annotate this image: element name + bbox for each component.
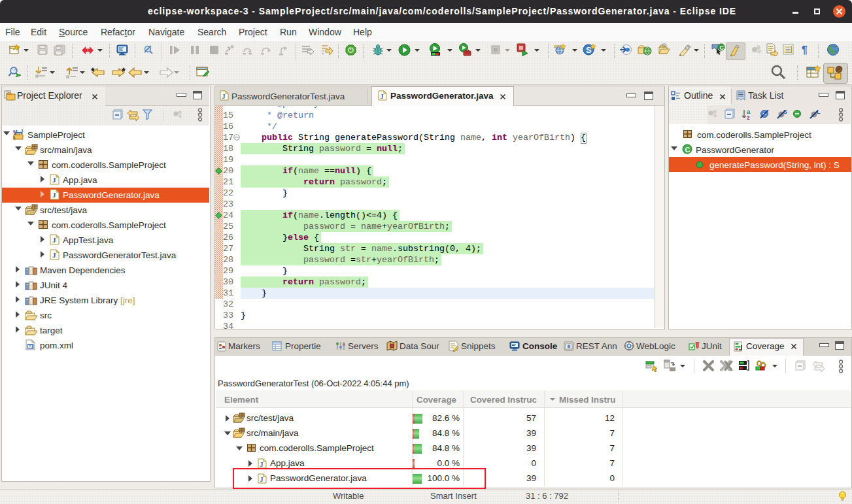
- svg-text:J: J: [52, 176, 56, 184]
- svg-text:C: C: [685, 146, 690, 154]
- svg-text:J: J: [52, 191, 56, 199]
- svg-text:J: J: [20, 129, 23, 134]
- svg-text:J: J: [52, 251, 56, 259]
- svg-text:J: J: [222, 93, 226, 100]
- svg-text:J: J: [260, 461, 264, 468]
- svg-text:M: M: [13, 129, 18, 135]
- svg-text:!: !: [14, 136, 15, 140]
- svg-text:J: J: [381, 93, 384, 100]
- svg-text:M: M: [28, 344, 33, 350]
- svg-text:C: C: [719, 44, 724, 51]
- svg-text:z: z: [747, 114, 750, 120]
- svg-text:J: J: [52, 236, 56, 244]
